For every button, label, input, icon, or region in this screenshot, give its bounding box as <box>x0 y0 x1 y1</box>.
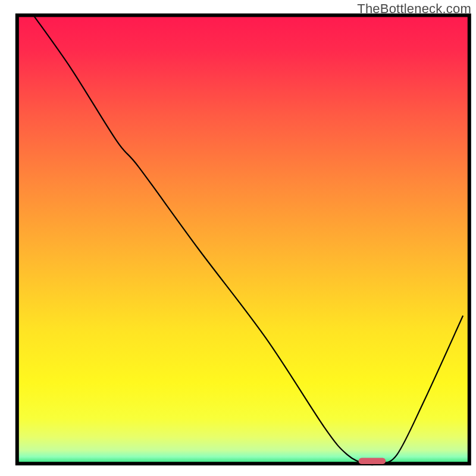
gradient-background <box>17 15 469 464</box>
chart-svg <box>0 0 476 476</box>
watermark-text: TheBottleneck.com <box>357 1 471 17</box>
optimum-marker <box>359 458 386 464</box>
bottleneck-chart: TheBottleneck.com <box>0 0 476 476</box>
